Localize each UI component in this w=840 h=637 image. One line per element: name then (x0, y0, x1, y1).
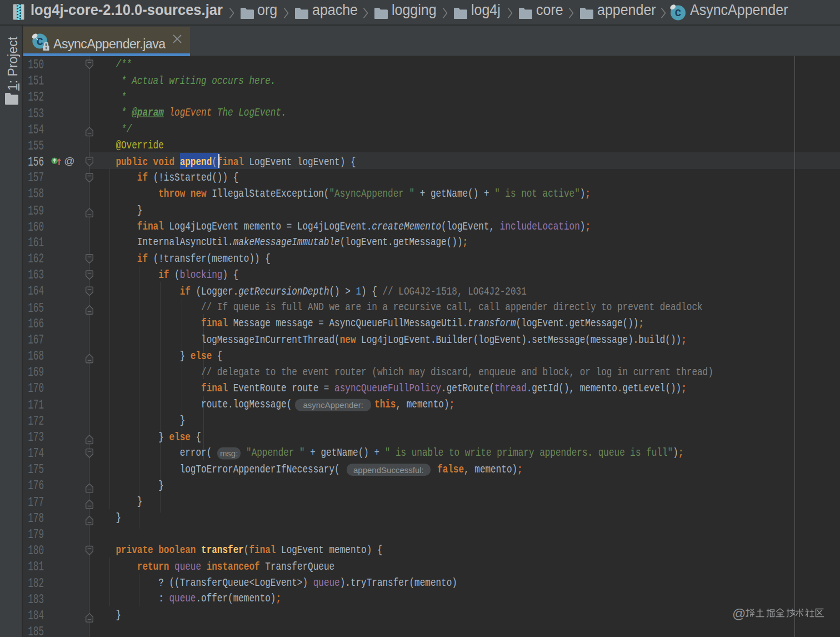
svg-text:C: C (675, 7, 681, 19)
svg-text:C: C (37, 36, 43, 48)
svg-text:@: @ (64, 156, 74, 166)
svg-text:@: @ (732, 607, 746, 621)
